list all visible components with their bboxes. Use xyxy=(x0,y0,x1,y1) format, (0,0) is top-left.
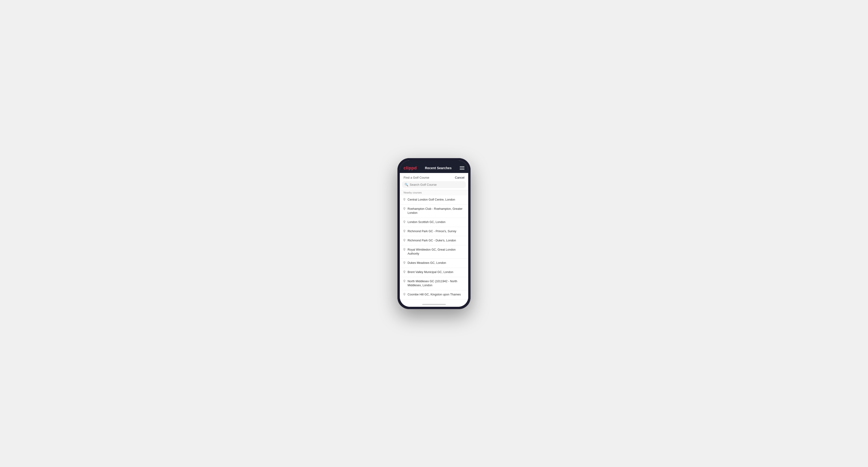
phone-device: clippd Recent Searches Find a Golf Cours… xyxy=(397,158,471,309)
list-item[interactable]: Coombe Hill GC, Kingston upon Thames xyxy=(400,290,468,300)
pin-icon xyxy=(403,207,406,211)
menu-icon[interactable] xyxy=(460,166,464,170)
phone-screen: clippd Recent Searches Find a Golf Cours… xyxy=(400,160,468,307)
home-indicator xyxy=(400,303,468,307)
status-bar xyxy=(400,160,468,164)
search-input[interactable] xyxy=(410,183,464,186)
cancel-button[interactable]: Cancel xyxy=(455,176,464,179)
pin-icon xyxy=(403,261,406,265)
pin-icon xyxy=(403,271,406,275)
list-item[interactable]: Central London Golf Centre, London xyxy=(400,195,468,205)
list-item[interactable]: Richmond Park GC - Prince's, Surrey xyxy=(400,227,468,236)
course-name: Dukes Meadows GC, London xyxy=(408,261,446,265)
search-box: 🔍 xyxy=(402,181,466,188)
course-name: North Middlesex GC (1011942 - North Midd… xyxy=(408,279,465,288)
search-icon: 🔍 xyxy=(404,183,408,186)
menu-line-1 xyxy=(460,166,464,167)
course-list: Central London Golf Centre, LondonRoeham… xyxy=(400,195,468,303)
pin-icon xyxy=(403,280,406,284)
list-item[interactable]: Roehampton Club - Roehampton, Greater Lo… xyxy=(400,205,468,218)
course-name: Roehampton Club - Roehampton, Greater Lo… xyxy=(408,207,465,215)
pin-icon xyxy=(403,220,406,224)
pin-icon xyxy=(403,198,406,202)
list-item[interactable]: London Scottish GC, London xyxy=(400,218,468,227)
course-name: Central London Golf Centre, London xyxy=(408,198,455,202)
pin-icon xyxy=(403,229,406,234)
list-item[interactable]: Royal Wimbledon GC, Great London Authori… xyxy=(400,245,468,259)
list-item[interactable]: Richmond Park GC - Duke's, London xyxy=(400,236,468,245)
pin-icon xyxy=(403,248,406,252)
find-title: Find a Golf Course xyxy=(404,176,429,179)
list-item[interactable]: Brent Valley Municipal GC, London xyxy=(400,268,468,277)
nav-title: Recent Searches xyxy=(425,166,452,170)
nav-bar: clippd Recent Searches xyxy=(400,164,468,173)
course-name: Royal Wimbledon GC, Great London Authori… xyxy=(408,248,465,256)
course-name: London Scottish GC, London xyxy=(408,220,445,224)
pin-icon xyxy=(403,293,406,297)
menu-line-2 xyxy=(460,168,464,168)
nearby-section-label: Nearby courses xyxy=(400,190,468,195)
course-name: Richmond Park GC - Duke's, London xyxy=(408,239,456,243)
course-name: Brent Valley Municipal GC, London xyxy=(408,270,453,275)
find-header: Find a Golf Course Cancel xyxy=(400,173,468,181)
pin-icon xyxy=(403,239,406,243)
list-item[interactable]: North Middlesex GC (1011942 - North Midd… xyxy=(400,277,468,290)
menu-line-3 xyxy=(460,169,464,170)
list-item[interactable]: Dukes Meadows GC, London xyxy=(400,259,468,268)
course-name: Richmond Park GC - Prince's, Surrey xyxy=(408,229,457,234)
search-container: 🔍 xyxy=(400,181,468,190)
home-bar xyxy=(422,304,446,305)
content-area: Find a Golf Course Cancel 🔍 Nearby cours… xyxy=(400,173,468,303)
app-logo: clippd xyxy=(404,166,417,170)
course-name: Coombe Hill GC, Kingston upon Thames xyxy=(408,292,461,297)
